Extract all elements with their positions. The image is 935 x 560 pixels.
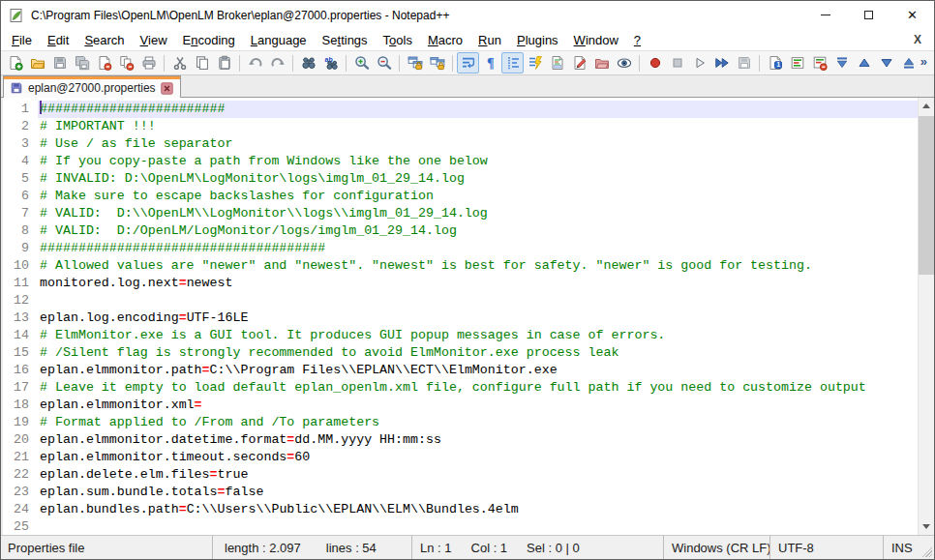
line-content[interactable]: eplan.elmmonitor.xml=	[38, 397, 918, 414]
line-content[interactable]: # Allowed values are "newer" and "newest…	[38, 257, 918, 275]
toolbar-bookmark-style-1-button[interactable]	[764, 52, 786, 74]
save-file-icon	[52, 55, 68, 71]
scrollbar-track[interactable]	[919, 114, 934, 518]
menu-plugins[interactable]: Plugins	[509, 31, 566, 49]
line-content[interactable]: eplan.bundles.path=C:\\Users\\Public\\EP…	[38, 501, 918, 518]
toolbar-replace-button[interactable]	[319, 52, 342, 74]
line-content[interactable]: eplan.log.encoding=UTF-16LE	[38, 309, 918, 327]
line-content[interactable]: # IMPORTANT !!!	[38, 118, 918, 135]
line-content[interactable]: eplan.elmmonitor.path=C:\\Program Files\…	[38, 362, 918, 379]
line-content[interactable]: # ElmMonitor.exe is a GUI tool. It produ…	[38, 327, 918, 344]
toolbar-macro-save-button[interactable]	[733, 52, 755, 74]
toolbar-word-wrap-button[interactable]	[457, 52, 479, 74]
toolbar-indent-guide-button[interactable]	[501, 52, 524, 74]
toolbar-paste-button[interactable]	[213, 52, 235, 74]
toolbar-macro-play-button[interactable]	[688, 52, 710, 74]
tab-eplan-properties[interactable]: eplan@27000.properties	[3, 75, 181, 98]
status-eol-format[interactable]: Windows (CR LF)	[663, 536, 769, 559]
toolbar-new-file-button[interactable]	[4, 52, 26, 74]
toolbar-close-file-button[interactable]	[93, 52, 115, 74]
toolbar-document-map-button[interactable]	[546, 52, 568, 74]
line-content[interactable]: monitored.log.next=newest	[38, 275, 918, 292]
editor-line: 22eplan.delete.elm.files=true	[3, 466, 918, 484]
line-content[interactable]: eplan.elmmonitor.timeout.seconds=60	[38, 449, 918, 466]
toolbar-close-all-button[interactable]	[115, 52, 137, 74]
menu-settings[interactable]: Settings	[315, 31, 376, 49]
toolbar-sync-scroll-v-button[interactable]	[404, 52, 426, 74]
line-content[interactable]	[38, 292, 918, 309]
scroll-down-icon[interactable]	[919, 518, 934, 535]
status-insert-mode[interactable]: INS	[883, 536, 916, 559]
toolbar-mark-all-button[interactable]	[786, 52, 808, 74]
toolbar-macro-stop-button[interactable]	[666, 52, 688, 74]
toolbar-find-button[interactable]	[297, 52, 319, 74]
scrollbar-thumb[interactable]	[919, 116, 934, 275]
line-content[interactable]: eplan.delete.elm.files=true	[38, 466, 918, 484]
menu-help[interactable]: ?	[626, 31, 648, 49]
toolbar-overflow-icon[interactable]: »	[920, 54, 927, 69]
line-content[interactable]: # Make sure to escape backslashes for co…	[38, 188, 918, 205]
toolbar-next-mark-button[interactable]	[875, 52, 897, 74]
toolbar-zoom-out-button[interactable]	[373, 52, 395, 74]
line-content[interactable]: eplan.elmmonitor.datetime.format=dd.MM.y…	[38, 431, 918, 449]
menu-run[interactable]: Run	[470, 31, 509, 49]
menu-bar: FileEditSearchViewEncodingLanguageSettin…	[1, 29, 934, 50]
line-number: 14	[3, 327, 38, 344]
toolbar-redo-button[interactable]	[266, 52, 288, 74]
toolbar-show-all-chars-button[interactable]	[479, 52, 501, 74]
line-number: 8	[3, 222, 38, 240]
toolbar-zoom-in-button[interactable]	[350, 52, 373, 74]
toolbar-jump-down-button[interactable]	[897, 52, 920, 74]
toolbar-sync-scroll-h-button[interactable]	[426, 52, 448, 74]
menu-search[interactable]: Search	[76, 31, 132, 49]
line-content[interactable]: # Format applied to /From and /To parame…	[38, 414, 918, 431]
menu-file[interactable]: File	[4, 31, 40, 49]
toolbar-print-button[interactable]	[137, 52, 160, 74]
menubar-close-document-icon[interactable]: X	[914, 33, 934, 46]
toolbar-macro-record-button[interactable]	[644, 52, 666, 74]
resize-grip-icon[interactable]	[916, 536, 934, 559]
text-area[interactable]: 1########################2# IMPORTANT !!…	[3, 98, 918, 535]
line-content[interactable]: #####################################	[38, 240, 918, 257]
window-controls: ✕	[803, 1, 934, 29]
line-content[interactable]: # VALID: D:\\OpenLM\\LogMonitor\\logs\\i…	[38, 205, 918, 222]
toolbar-clear-marks-button[interactable]	[808, 52, 830, 74]
line-content[interactable]: # Leave it empty to load default eplan_o…	[38, 379, 918, 397]
line-content[interactable]: # INVALID: D:\OpenLM\LogMonitor\logs\img…	[38, 170, 918, 188]
line-content[interactable]: # If you copy-paste a path from Windows …	[38, 153, 918, 170]
line-content[interactable]: ########################	[38, 101, 918, 118]
menu-view[interactable]: View	[133, 31, 175, 49]
menu-tools[interactable]: Tools	[376, 31, 420, 49]
toolbar-save-file-button[interactable]	[48, 52, 71, 74]
maximize-icon[interactable]	[847, 1, 890, 29]
toolbar-jump-up-button[interactable]	[830, 52, 853, 74]
toolbar-prev-mark-button[interactable]	[853, 52, 875, 74]
line-content[interactable]: eplan.sum.bundle.totals=false	[38, 484, 918, 501]
toolbar-macro-run-multiple-button[interactable]	[710, 52, 733, 74]
status-encoding[interactable]: UTF-8	[769, 536, 883, 559]
close-icon[interactable]: ✕	[890, 1, 934, 29]
line-content[interactable]: # /Silent flag is strongly recommended t…	[38, 344, 918, 362]
minimize-icon[interactable]	[803, 1, 847, 29]
line-content[interactable]	[38, 518, 918, 535]
menu-window[interactable]: Window	[566, 31, 626, 49]
toolbar-open-file-button[interactable]	[26, 52, 48, 74]
menu-macro[interactable]: Macro	[420, 31, 470, 49]
menu-language[interactable]: Language	[243, 31, 315, 49]
toolbar-folder-as-workspace-button[interactable]	[590, 52, 613, 74]
tab-close-icon[interactable]	[161, 82, 173, 95]
toolbar-save-all-button[interactable]	[71, 52, 93, 74]
toolbar-cut-button[interactable]	[168, 52, 191, 74]
toolbar-document-list-button[interactable]	[568, 52, 590, 74]
toolbar-copy-button[interactable]	[191, 52, 213, 74]
toolbar-monitoring-button[interactable]	[613, 52, 635, 74]
vertical-scrollbar[interactable]	[918, 98, 934, 535]
menu-edit[interactable]: Edit	[40, 31, 76, 49]
editor-line: 16eplan.elmmonitor.path=C:\\Program File…	[3, 362, 918, 379]
scroll-up-icon[interactable]	[919, 98, 934, 114]
toolbar-undo-button[interactable]	[244, 52, 266, 74]
line-content[interactable]: # Use / as file separator	[38, 135, 918, 153]
toolbar-function-list-button[interactable]	[524, 52, 546, 74]
line-content[interactable]: # VALID: D:/OpenLM/LogMonitor/logs/imglm…	[38, 222, 918, 240]
menu-encoding[interactable]: Encoding	[175, 31, 243, 49]
